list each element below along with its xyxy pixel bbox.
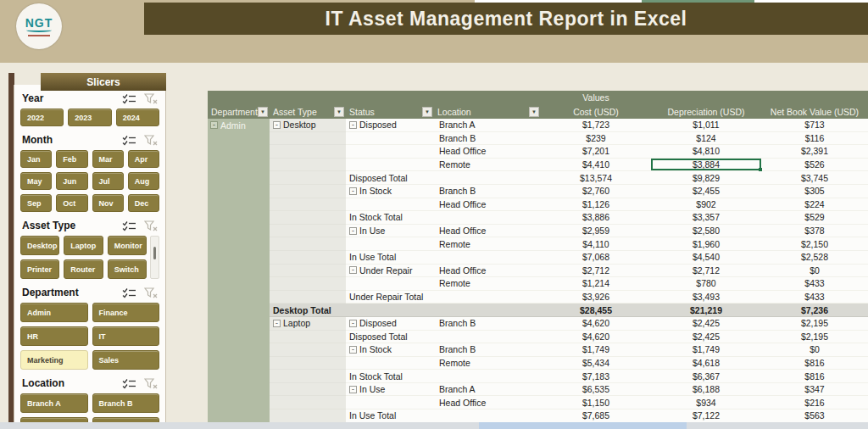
filter-dropdown-asset[interactable]: ▼ [334,107,344,117]
slicer-button-finance[interactable]: Finance [92,303,160,322]
cell-asset-type[interactable] [270,331,346,344]
cell-department[interactable] [208,237,270,251]
cell-asset-type[interactable] [270,145,346,159]
collapse-icon[interactable]: - [273,121,281,129]
slicer-button-admin[interactable]: Admin [20,303,88,322]
cell-net-book-value[interactable]: $216 [761,396,868,410]
collapse-icon[interactable]: - [349,320,357,327]
cell-cost[interactable]: $13,574 [541,171,651,185]
cell-net-book-value[interactable]: $713 [761,119,868,132]
slicer-button-switch[interactable]: Switch [108,259,147,279]
cell-department[interactable] [208,225,270,238]
multi-select-icon[interactable] [122,378,136,389]
cell-asset-type[interactable] [270,251,346,265]
cell-department[interactable] [208,357,270,370]
cell-asset-type[interactable] [270,343,346,357]
cell-net-book-value[interactable]: $347 [761,383,868,397]
cell-status[interactable] [346,159,434,172]
cell-net-book-value[interactable]: $526 [761,159,868,172]
cell-asset-type[interactable] [270,265,346,278]
cell-depreciation[interactable]: $2,425 [651,331,761,344]
slicer-button-nov[interactable]: Nov [92,194,124,212]
cell-depreciation[interactable]: $1,011 [651,119,761,132]
cell-asset-type[interactable] [270,410,346,423]
cell-net-book-value[interactable]: $0 [761,343,868,357]
cell-asset-type[interactable] [270,291,346,304]
cell-status[interactable] [346,145,434,159]
cell-location[interactable] [434,211,541,225]
cell-department[interactable] [208,265,270,278]
cell-net-book-value[interactable]: $305 [761,185,868,198]
cell-status[interactable] [346,132,434,146]
cell-location[interactable]: Head Office [434,145,541,159]
cell-depreciation[interactable]: $934 [651,396,761,410]
cell-department[interactable] [208,291,270,304]
cell-department[interactable] [208,317,270,331]
cell-department[interactable] [208,145,270,159]
filter-dropdown-dept[interactable]: ▼ [258,107,268,117]
slicer-button-oct[interactable]: Oct [56,194,87,212]
cell-cost[interactable]: $4,410 [541,159,651,172]
slicer-button-branch-a[interactable]: Branch A [20,393,88,413]
slicer-button-monitor[interactable]: Monitor [108,236,147,255]
cell-depreciation[interactable]: $124 [651,132,761,146]
cell-department[interactable] [208,277,270,291]
cell-cost[interactable]: $3,886 [541,211,651,225]
cell-asset-type[interactable]: -Desktop [270,119,346,132]
cell-location[interactable] [434,171,541,185]
cell-net-book-value[interactable]: $816 [761,370,868,383]
cell-asset-type[interactable] [270,396,346,410]
cell-status[interactable]: In Stock Total [346,370,434,383]
collapse-icon[interactable]: - [210,121,218,129]
cell-depreciation[interactable]: $3,357 [651,211,761,225]
collapse-icon[interactable]: - [349,121,357,129]
cell-depreciation[interactable]: $6,188 [651,383,761,397]
slicer-button-marketing[interactable]: Marketing [20,350,88,370]
cell-cost[interactable]: $7,068 [541,251,651,265]
cell-location[interactable]: Remote [434,357,541,370]
cell-asset-type[interactable] [270,225,346,238]
slicer-button-sales[interactable]: Sales [92,350,160,370]
cell-cost[interactable]: $7,183 [541,370,651,383]
cell-status[interactable] [346,396,434,410]
cell-department[interactable] [208,343,270,357]
filter-dropdown-status[interactable]: ▼ [422,107,432,117]
cell-department[interactable] [208,171,270,185]
cell-department[interactable] [208,159,270,172]
cell-cost[interactable]: $1,150 [541,396,651,410]
cell-status[interactable]: -In Stock [346,185,434,198]
slicer-button-hr[interactable]: HR [20,326,88,346]
cell-net-book-value[interactable]: $2,195 [761,317,868,331]
clear-filter-icon[interactable] [144,287,158,298]
cell-status[interactable]: -In Use [346,225,434,238]
cell-asset-type[interactable] [270,357,346,370]
cell-department[interactable] [208,370,270,383]
collapse-icon[interactable]: - [349,346,357,354]
cell-status[interactable]: Under Repair Total [346,291,434,304]
cell-location[interactable]: Remote [434,159,541,172]
slicer-button-mar[interactable]: Mar [92,150,124,168]
cell-location[interactable]: Head Office [434,396,541,410]
cell-status[interactable]: -Disposed [346,119,434,132]
cell-location[interactable]: Remote [434,237,541,251]
scrollbar-thumb[interactable] [153,247,156,259]
cell-asset-type[interactable] [270,198,346,212]
cell-cost[interactable]: $3,926 [541,291,651,304]
collapse-icon[interactable]: - [349,386,357,393]
cell-net-book-value[interactable]: $2,150 [761,237,868,251]
cell-status[interactable]: Disposed Total [346,171,434,185]
slicer-asset-type-scrollbar[interactable] [150,236,159,279]
cell-department[interactable] [208,410,270,423]
cell-cost[interactable]: $2,959 [541,225,651,238]
cell-location[interactable] [434,251,541,265]
slicer-button-aug[interactable]: Aug [128,172,159,190]
cell-net-book-value[interactable]: $0 [761,265,868,278]
cell-asset-type[interactable] [270,370,346,383]
cell-net-book-value[interactable]: $563 [761,410,868,423]
cell-net-book-value[interactable]: $433 [761,291,868,304]
slicer-button-dec[interactable]: Dec [128,194,159,212]
cell-location[interactable] [434,304,541,317]
cell-net-book-value[interactable]: $816 [761,357,868,370]
cell-depreciation[interactable]: $4,540 [651,251,761,265]
cell-status[interactable]: -In Use [346,383,434,397]
